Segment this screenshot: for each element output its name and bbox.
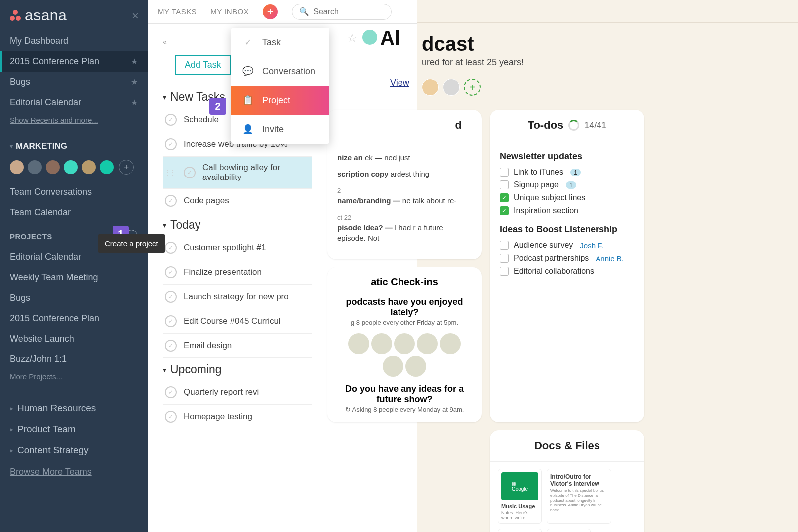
checkbox-icon[interactable] [500,180,509,189]
nav-team-calendar[interactable]: Team Calendar [0,202,148,223]
file-item[interactable]: THE DISTANCE cover3.jpg 126 KB [547,529,591,532]
star-outline-icon[interactable]: ☆ [347,32,357,45]
feed-snippet[interactable]: nize an ek — ned just [337,149,472,166]
todo-label: Podcast partnerships [514,254,589,263]
search-box[interactable]: 🔍 [292,4,392,20]
todo-group-header[interactable]: Ideas to Boost Listenership [500,217,634,239]
todo-assignee[interactable]: Annie B. [596,254,624,263]
todo-item[interactable]: Signup page1 [500,178,634,191]
dd-conversation[interactable]: 💬 Conversation [231,57,329,86]
dd-project[interactable]: 📋 Project [231,86,329,115]
task-check-icon[interactable]: ✓ [165,411,177,423]
task-row[interactable]: ✓Email design [163,334,312,358]
search-input[interactable] [313,7,384,16]
avatar[interactable] [371,333,392,354]
nav-my-dashboard[interactable]: My Dashboard [0,31,148,51]
todo-assignee[interactable]: Josh F. [580,241,603,250]
todo-item[interactable]: ✓Unique subject lines [500,191,634,204]
global-add-button[interactable]: + [263,4,278,19]
todo-item[interactable]: Podcast partnershipsAnnie B. [500,252,634,265]
file-item[interactable]: ▦Google Music Usage Notes: Here's where … [498,469,542,524]
nav-fav-item[interactable]: Editorial Calendar ★ [0,92,148,113]
dd-task[interactable]: ✓ Task [231,28,329,57]
avatar[interactable] [9,159,25,175]
add-people-button[interactable]: + [464,79,481,96]
dd-invite[interactable]: 👤 Invite [231,115,329,144]
todo-item[interactable]: Editorial collaborations [500,265,634,278]
project-item[interactable]: Weekly Team Meeting [0,267,148,288]
task-check-icon[interactable]: ✓ [165,114,177,126]
add-task-button[interactable]: Add Task [175,55,231,75]
task-check-icon[interactable]: ✓ [165,340,177,352]
avatar[interactable] [422,79,439,96]
avatar[interactable] [27,159,43,175]
task-row[interactable]: ✓Quarterly report revi [163,380,312,405]
avatar[interactable] [348,333,369,354]
team-item[interactable]: ▸Content Strategy [0,440,148,461]
feed-snippet[interactable]: scription copy ardest thing [337,166,472,182]
browse-more-teams-link[interactable]: Browse More Teams [0,461,148,483]
avatar[interactable] [394,333,415,354]
collapse-sidebar-icon[interactable]: × [132,9,139,23]
nav-fav-item[interactable]: Bugs ★ [0,72,148,92]
tab-my-inbox[interactable]: MY INBOX [210,7,249,16]
drag-handle-icon[interactable]: ⋮⋮ [165,169,177,176]
avatar[interactable] [417,333,438,354]
avatar[interactable] [443,79,460,96]
show-recents-link[interactable]: Show Recents and more... [0,113,148,131]
nav-fav-item[interactable]: 2015 Conference Plan ★ [0,51,148,72]
checkbox-icon[interactable] [500,267,509,276]
checkbox-checked-icon[interactable]: ✓ [500,193,509,202]
checkbox-checked-icon[interactable]: ✓ [500,206,509,215]
team-item[interactable]: ▸Product Team [0,419,148,440]
avatar[interactable] [383,356,403,377]
todo-item[interactable]: Link to iTunes1 [500,166,634,178]
file-item[interactable]: Final Cover... 🖼 [498,529,542,532]
section-today[interactable]: ▾Today [163,213,312,236]
checkbox-icon[interactable] [500,241,509,250]
feed-snippet[interactable]: 2name/branding — ne talk about re- [337,182,472,209]
task-check-icon[interactable]: ✓ [184,167,196,178]
nav-team-conversations[interactable]: Team Conversations [0,182,148,202]
task-row[interactable]: ✓Customer spotlight #1 [163,236,312,260]
task-check-icon[interactable]: ✓ [165,386,177,398]
file-item[interactable]: Intro/Outro for Victor's Interview Welco… [547,469,611,524]
checkbox-icon[interactable] [500,254,509,263]
more-projects-link[interactable]: More Projects... [0,369,148,388]
section-marketing[interactable]: ▾ MARKETING [0,131,148,156]
add-member-button[interactable]: + [119,160,134,175]
task-check-icon[interactable]: ✓ [165,266,177,278]
owner-avatar[interactable] [362,30,377,45]
brand-logo-icon [10,10,21,21]
feed-snippet[interactable]: ct 22pisode Idea? — I had r a future epi… [337,209,472,246]
task-check-icon[interactable]: ✓ [165,315,177,327]
task-check-icon[interactable]: ✓ [165,138,177,150]
task-check-icon[interactable]: ✓ [165,242,177,254]
task-check-icon[interactable]: ✓ [165,195,177,207]
project-item[interactable]: 2015 Conference Plan [0,308,148,329]
view-link[interactable]: View [390,78,409,88]
avatar[interactable] [81,159,97,175]
section-upcoming[interactable]: ▾Upcoming [163,358,312,380]
task-row[interactable]: ✓Launch strategy for new pro [163,285,312,309]
tab-my-tasks[interactable]: MY TASKS [158,7,197,16]
task-row[interactable]: ✓Finalize presentation [163,260,312,285]
avatar[interactable] [45,159,61,175]
avatar[interactable] [440,333,461,354]
task-row[interactable]: ⋮⋮✓Call bowling alley for availability [163,157,312,189]
project-item[interactable]: Buzz/John 1:1 [0,349,148,369]
avatar[interactable] [99,159,115,175]
avatar[interactable] [405,356,426,377]
todo-item[interactable]: ✓Inspiration section [500,204,634,217]
avatar[interactable] [63,159,79,175]
checkbox-icon[interactable] [500,168,509,177]
todo-item[interactable]: Audience surveyJosh F. [500,239,634,252]
project-item[interactable]: Bugs [0,288,148,308]
task-row[interactable]: ✓Edit Course #045 Curricul [163,309,312,334]
task-row[interactable]: ✓Homepage testing [163,405,312,429]
team-item[interactable]: ▸Human Resources [0,398,148,419]
todo-group-header[interactable]: Newsletter updates [500,149,634,166]
task-check-icon[interactable]: ✓ [165,291,177,303]
task-row[interactable]: ✓Code pages [163,189,312,213]
project-item[interactable]: Website Launch [0,329,148,349]
